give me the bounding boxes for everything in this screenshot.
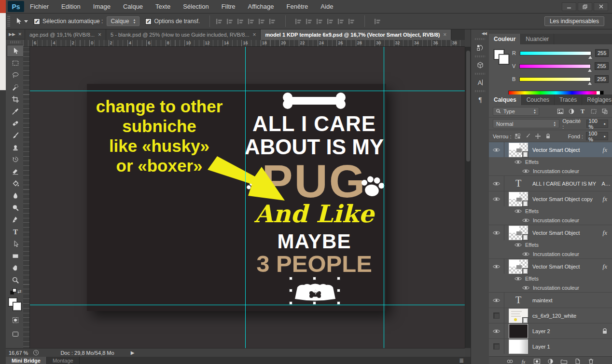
layer-row[interactable]: Tmaintext [489,292,612,308]
menu-item-affichage[interactable]: Affichage [248,3,274,10]
guide-vertical-1[interactable] [245,47,246,348]
layer-thumbnail[interactable]: T [509,293,528,308]
distribute-vertical-centers-icon[interactable] [306,18,313,25]
layer-thumbnail[interactable] [509,309,528,323]
list-icon[interactable]: ≣ [459,357,464,364]
layer-row[interactable]: Vector Smart Objectfx [489,225,612,240]
blend-mode-dropdown[interactable]: Normal ▲▼ [493,119,559,128]
layer-thumbnail[interactable] [509,192,528,206]
restore-button[interactable] [578,2,592,11]
new-adjustment-layer-icon[interactable] [547,358,554,364]
layer-visibility-eye-icon[interactable] [489,324,504,338]
transform-handle[interactable] [337,301,340,305]
transform-handle[interactable] [289,277,292,280]
background-color-swatch[interactable] [499,54,509,65]
layer-thumbnail[interactable] [509,339,528,354]
slider-arrow-icon[interactable] [588,69,592,72]
close-button[interactable] [594,2,608,11]
document-tab-2[interactable]: 5 - blank.psd @ 25% (How to use Guide in… [106,29,261,40]
3d-material-panel-icon[interactable] [473,58,487,72]
current-tool-button[interactable] [14,17,28,25]
distribute-right-edges-icon[interactable] [348,18,355,25]
document-tab-1[interactable]: age.psd @ 19,1% (RVB/8...× [25,29,106,40]
default-and-swap-colors[interactable]: ⇄ [9,288,22,296]
channel-slider[interactable] [520,51,591,55]
layer-visibility-eye-icon[interactable] [489,176,504,191]
zoom-tool[interactable] [7,274,24,286]
layer-thumbnail[interactable]: T [509,176,528,191]
status-options-arrow-icon[interactable]: ▶ [131,350,135,355]
transform-selection-handles[interactable] [291,278,339,303]
transform-handle[interactable] [313,301,316,305]
opacity-field[interactable]: 100 %▸ [586,120,608,128]
guide-vertical-2[interactable] [384,47,384,348]
rectangle-shape-tool[interactable] [7,250,24,262]
menu-item-calque[interactable]: Calque [123,3,143,10]
channel-slider[interactable] [519,77,591,81]
fill-field[interactable]: 100 %▸ [586,132,608,140]
menu-item-aide[interactable]: Aide [320,3,333,10]
layer-filter-dropdown[interactable]: Type ▲▼ [493,107,539,116]
layer-row[interactable]: Layer 2 [489,323,612,338]
channel-slider[interactable] [519,64,591,68]
collapse-dock-icon[interactable]: ◀◀ [482,31,487,36]
link-layers-icon[interactable] [506,358,514,364]
distribute-left-edges-icon[interactable] [327,18,334,25]
layer-row[interactable]: Vector Smart Objectfx [489,258,612,274]
clone-stamp-tool[interactable] [7,141,24,153]
align-right-edges-icon[interactable] [269,18,276,25]
horizontal-ruler[interactable]: 64202468101214161820222426283032343638 [23,40,465,47]
layer-row[interactable]: Layer 1 [489,338,612,354]
lock-position-icon[interactable] [535,133,541,139]
layer-visibility-empty-checkbox[interactable] [489,339,504,354]
transform-handle[interactable] [313,277,316,280]
vertical-ruler[interactable] [23,47,30,348]
tab-close-icon[interactable]: × [443,31,446,38]
layer-thumbnail[interactable] [509,143,528,157]
guide-horizontal-1[interactable] [30,91,465,91]
type-tool[interactable]: T [7,226,24,238]
menu-item-fenetre[interactable]: Fenêtre [287,3,308,10]
add-layer-mask-icon[interactable] [533,358,541,364]
color-tab-nuancier[interactable]: Nuancier [521,34,554,44]
effect-eye-icon[interactable] [522,169,529,174]
menu-item-image[interactable]: Image [93,3,111,10]
channel-value-field[interactable]: 255 [595,62,608,70]
lock-pixels-icon[interactable] [525,133,531,139]
effect-eye-icon[interactable] [522,285,529,290]
adjustment-layers-filter-icon[interactable] [568,108,575,115]
layer-effects-item[interactable]: Effets [489,240,612,249]
bottom-tab-montage[interactable]: Montage [47,357,80,364]
close-panel-icon[interactable]: ✕ [18,32,22,37]
scrollbar-thumb[interactable] [466,51,470,162]
document-tab-3[interactable]: model 1 KDP template 6x9.psd @ 16,7% (Ve… [261,29,451,40]
spot-healing-tool[interactable] [7,117,24,129]
auto-select-dropdown[interactable]: Calque ▲▼ [107,16,139,26]
workspace-switcher[interactable]: Les indispensables [544,16,604,26]
layers-tab-calques[interactable]: Calques [489,94,522,105]
transform-handle[interactable] [337,289,340,292]
effect-eye-icon[interactable] [522,218,529,223]
menu-item-fichier[interactable]: Fichier [30,3,49,10]
new-layer-icon[interactable] [574,358,581,364]
color-overlay-effect-item[interactable]: Incrustation couleur [489,216,612,225]
lock-transparency-icon[interactable] [515,133,521,139]
slider-arrow-icon[interactable] [588,82,592,85]
history-brush-tool[interactable] [7,153,24,165]
pixel-layers-filter-icon[interactable] [557,108,564,115]
layer-effects-item[interactable]: Effets [489,157,612,166]
channel-value-field[interactable]: 255 [595,75,608,83]
new-group-icon[interactable] [560,358,568,364]
color-overlay-effect-item[interactable]: Incrustation couleur [489,283,612,292]
move-tool[interactable] [7,45,24,57]
auto-align-layers-icon[interactable] [374,18,381,25]
paragraph-panel-icon[interactable]: ¶ [473,93,487,107]
dodge-tool[interactable] [7,202,24,214]
layer-row[interactable]: Vector Smart Objectfx [489,142,612,157]
color-tab-couleur[interactable]: Couleur [489,34,521,44]
lock-all-icon[interactable] [545,133,551,139]
layer-visibility-eye-icon[interactable] [489,259,504,274]
layers-tab-reglages[interactable]: Réglages [582,94,612,105]
vertical-scrollbar[interactable] [465,47,471,348]
guide-horizontal-2[interactable] [30,305,465,305]
